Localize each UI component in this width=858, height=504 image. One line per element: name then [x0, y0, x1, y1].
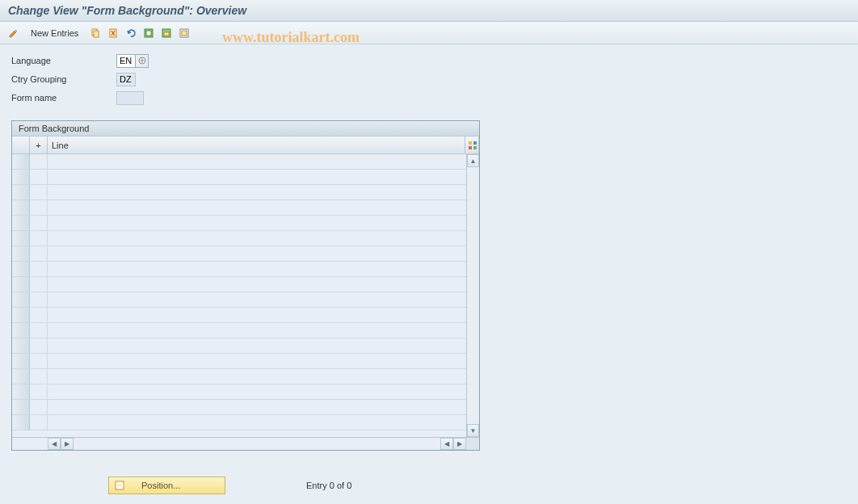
new-entries-button[interactable]: New Entries [24, 27, 85, 40]
table-row[interactable] [12, 231, 466, 246]
language-input[interactable] [116, 54, 136, 68]
cell-plus[interactable] [30, 154, 48, 169]
row-selector[interactable] [12, 170, 30, 184]
row-selector[interactable] [12, 262, 30, 276]
delete-icon[interactable] [106, 26, 120, 40]
cell-line[interactable] [48, 338, 466, 353]
scroll-left2-icon[interactable]: ▶ [61, 438, 74, 450]
cell-plus[interactable] [30, 369, 48, 384]
cell-plus[interactable] [30, 338, 48, 353]
scroll-right2-icon[interactable]: ◀ [440, 438, 453, 450]
cell-plus[interactable] [30, 292, 48, 307]
cell-plus[interactable] [30, 384, 48, 399]
cell-line[interactable] [48, 277, 466, 292]
svg-rect-8 [164, 32, 169, 36]
column-selector[interactable] [12, 136, 30, 153]
table-row[interactable] [12, 292, 466, 308]
row-selector[interactable] [12, 231, 30, 246]
cell-line[interactable] [48, 154, 466, 169]
position-button[interactable]: Position... [108, 477, 225, 494]
cell-line[interactable] [48, 292, 466, 307]
row-selector[interactable] [12, 185, 30, 200]
row-selector[interactable] [12, 154, 30, 169]
table-row[interactable] [12, 400, 466, 415]
select-all-icon[interactable] [141, 26, 156, 40]
scroll-down-icon[interactable]: ▼ [467, 424, 479, 437]
cell-plus[interactable] [30, 185, 48, 200]
cell-line[interactable] [48, 400, 466, 414]
column-line[interactable]: Line [48, 136, 479, 153]
toggle-display-change-icon[interactable] [6, 26, 21, 40]
table-row[interactable] [12, 216, 466, 231]
row-selector[interactable] [12, 200, 30, 215]
row-selector[interactable] [12, 323, 30, 338]
table-row[interactable] [12, 415, 466, 430]
table-row[interactable] [12, 354, 466, 369]
deselect-all-icon[interactable] [177, 26, 191, 40]
cell-plus[interactable] [30, 200, 48, 215]
row-selector[interactable] [12, 369, 30, 384]
cell-line[interactable] [48, 231, 466, 246]
table-row[interactable] [12, 185, 466, 200]
cell-line[interactable] [48, 246, 466, 261]
table-settings-icon[interactable] [465, 136, 479, 154]
undo-icon[interactable] [124, 26, 138, 40]
row-selector[interactable] [12, 246, 30, 261]
copy-icon[interactable] [88, 26, 103, 40]
table-row[interactable] [12, 308, 466, 323]
table-row[interactable] [12, 369, 466, 384]
row-selector[interactable] [12, 400, 30, 414]
cell-plus[interactable] [30, 415, 48, 430]
cell-line[interactable] [48, 354, 466, 368]
cell-plus[interactable] [30, 400, 48, 414]
ctry-grouping-input [116, 73, 136, 86]
cell-plus[interactable] [30, 262, 48, 276]
row-selector[interactable] [12, 384, 30, 399]
select-block-icon[interactable] [159, 26, 174, 40]
table-row[interactable] [12, 154, 466, 170]
table-row[interactable] [12, 262, 466, 277]
row-selector[interactable] [12, 415, 30, 430]
cell-line[interactable] [48, 308, 466, 322]
table-row[interactable] [12, 384, 466, 400]
cell-plus[interactable] [30, 354, 48, 368]
svg-rect-6 [146, 31, 151, 36]
vertical-scrollbar[interactable]: ▲ ▼ [466, 154, 479, 437]
cell-plus[interactable] [30, 308, 48, 322]
row-selector[interactable] [12, 292, 30, 307]
table-row[interactable] [12, 323, 466, 338]
cell-line[interactable] [48, 384, 466, 399]
scroll-left-icon[interactable]: ◀ [48, 438, 61, 450]
cell-line[interactable] [48, 200, 466, 215]
cell-line[interactable] [48, 323, 466, 338]
row-selector[interactable] [12, 308, 30, 322]
cell-plus[interactable] [30, 323, 48, 338]
cell-plus[interactable] [30, 246, 48, 261]
table-row[interactable] [12, 200, 466, 216]
scroll-right-icon[interactable]: ▶ [453, 438, 466, 450]
cell-line[interactable] [48, 216, 466, 230]
table-row[interactable] [12, 170, 466, 185]
cell-plus[interactable] [30, 170, 48, 184]
table-row[interactable] [12, 246, 466, 262]
table-row[interactable] [12, 277, 466, 292]
language-f4-help-icon[interactable] [136, 54, 149, 68]
horizontal-scrollbar[interactable]: ◀ ▶ ◀ ▶ [12, 437, 479, 450]
row-selector[interactable] [12, 216, 30, 230]
table-row[interactable] [12, 338, 466, 354]
row-selector[interactable] [12, 338, 30, 353]
cell-line[interactable] [48, 185, 466, 200]
cell-plus[interactable] [30, 231, 48, 246]
cell-plus[interactable] [30, 216, 48, 230]
column-plus[interactable]: + [30, 136, 48, 153]
cell-line[interactable] [48, 415, 466, 430]
table-header: + Line [12, 136, 479, 154]
cell-plus[interactable] [30, 277, 48, 292]
row-selector[interactable] [12, 354, 30, 368]
cell-line[interactable] [48, 170, 466, 184]
svg-rect-16 [469, 146, 472, 149]
row-selector[interactable] [12, 277, 30, 292]
cell-line[interactable] [48, 369, 466, 384]
scroll-up-icon[interactable]: ▲ [467, 154, 479, 167]
cell-line[interactable] [48, 262, 466, 276]
